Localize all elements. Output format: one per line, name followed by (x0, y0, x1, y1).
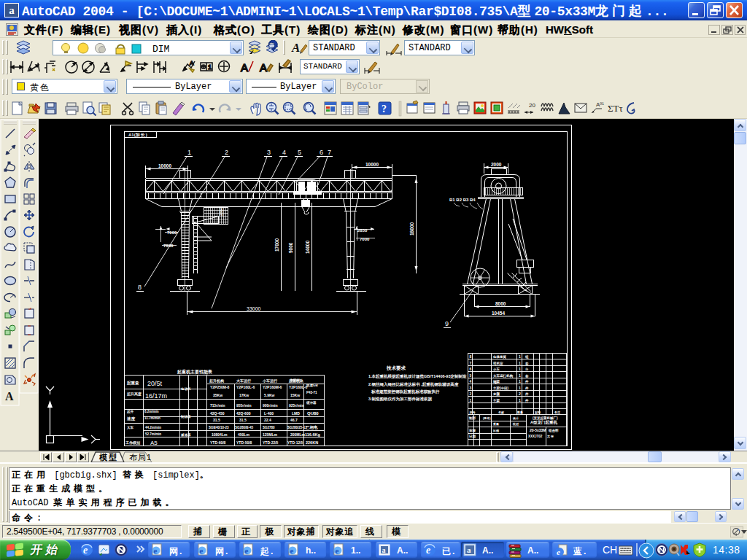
svg-text:10000: 10000 (158, 163, 171, 168)
svg-text:2350: 2350 (219, 207, 223, 216)
svg-text:20/5t: 20/5t (147, 380, 163, 387)
svg-text:450Lm: 450Lm (238, 432, 249, 437)
svg-text:3: 3 (470, 386, 472, 390)
svg-text:1.本起重机根据起重机设计规范GB/T14406-93定制制: 1.本起重机根据起重机设计规范GB/T14406-93定制制造 (368, 374, 467, 379)
svg-text:XXXJT02: XXXJT02 (528, 435, 543, 438)
svg-text:1: 1 (519, 367, 521, 371)
svg-text:Y2P160L-6: Y2P160L-6 (236, 385, 255, 389)
svg-text:52.7m/min: 52.7m/min (145, 432, 161, 436)
svg-text:序号: 序号 (469, 411, 476, 415)
svg-text:模型: 模型 (98, 453, 118, 462)
svg-text:数量: 数量 (516, 411, 523, 414)
svg-text:A: A (190, 60, 194, 66)
svg-text:e: e (200, 546, 204, 555)
svg-text:套: 套 (525, 362, 529, 365)
svg-text:e: e (290, 546, 294, 555)
svg-text:44.2m/min: 44.2m/min (145, 426, 161, 429)
svg-text:42Q-450: 42Q-450 (210, 411, 225, 416)
svg-text:200MLm: 200MLm (290, 432, 306, 437)
svg-text:LMD: LMD (292, 411, 300, 416)
svg-text:8: 8 (138, 284, 142, 291)
svg-text:端梁: 端梁 (492, 379, 500, 384)
svg-text:材料: 材料 (534, 411, 541, 415)
svg-text:制动器: 制动器 (180, 414, 191, 419)
svg-text:1: 1 (519, 398, 521, 402)
svg-text:5: 5 (298, 149, 301, 156)
svg-text:22.4: 22.4 (264, 418, 271, 422)
svg-text:5: 5 (470, 373, 472, 378)
svg-text:件: 件 (525, 380, 529, 384)
svg-text:42Q-600: 42Q-600 (236, 411, 251, 416)
svg-text:1: 1 (519, 386, 521, 390)
svg-text:A: A (291, 41, 300, 55)
svg-text:(某某起重机械厂): (某某起重机械厂) (533, 416, 558, 421)
svg-text:技术要求: 技术要求 (386, 365, 406, 371)
svg-text:7000: 7000 (360, 237, 370, 241)
svg-text:QU80: QU80 (307, 411, 319, 416)
svg-text:设计: 设计 (512, 416, 519, 420)
svg-text:件: 件 (525, 399, 529, 402)
svg-text:小车: 小车 (492, 367, 500, 372)
svg-text:33000: 33000 (247, 306, 261, 311)
svg-text:DIM: DIM (152, 44, 169, 55)
svg-text:5.9Kw: 5.9Kw (264, 393, 275, 397)
svg-text:2: 2 (225, 149, 228, 156)
svg-text:7: 7 (470, 361, 472, 365)
svg-text:125MLm: 125MLm (263, 432, 278, 437)
svg-text:起升机构: 起升机构 (209, 378, 224, 384)
svg-text:Aº¹: Aº¹ (596, 101, 604, 108)
svg-text:大车运行: 大车运行 (236, 378, 252, 384)
svg-text:主梁: 主梁 (492, 398, 500, 402)
svg-text:7000: 7000 (167, 230, 177, 235)
svg-text:11.7m/min: 11.7m/min (144, 416, 160, 420)
svg-text:2000: 2000 (491, 162, 502, 167)
svg-text:ΣTτ: ΣTτ (608, 103, 623, 114)
svg-text:司机室: 司机室 (492, 361, 503, 366)
svg-text:组: 组 (525, 355, 529, 359)
svg-text:16/17m: 16/17m (145, 392, 167, 400)
svg-text:B1 B2 B3 B4: B1 B2 B3 B4 (449, 198, 476, 202)
svg-text:e: e (426, 545, 430, 556)
svg-text:台: 台 (525, 368, 529, 371)
svg-text:10454: 10454 (492, 311, 505, 316)
svg-text:小车运行: 小车运行 (262, 378, 278, 384)
svg-text:e: e (154, 546, 158, 555)
svg-text:起升: 起升 (126, 410, 134, 414)
svg-text:925r/min: 925r/min (289, 403, 304, 408)
svg-text:组合图: 组合图 (548, 428, 559, 433)
svg-text:2850: 2850 (357, 228, 368, 233)
svg-text:YTD-12/5: YTD-12/5 (287, 440, 303, 445)
svg-text:套: 套 (525, 374, 529, 378)
svg-text:17000: 17000 (274, 238, 279, 252)
svg-text:4: 4 (470, 379, 472, 384)
svg-text:2: 2 (519, 392, 521, 396)
svg-text:e: e (336, 546, 339, 555)
svg-text:9000: 9000 (288, 242, 293, 253)
svg-text:9: 9 (445, 320, 449, 327)
svg-text:8000: 8000 (495, 301, 506, 306)
svg-text:轨道GB: 轨道GB (306, 384, 319, 387)
svg-text:226KN: 226KN (306, 440, 318, 445)
svg-text:a: a (467, 545, 471, 554)
svg-text:18000: 18000 (409, 222, 414, 236)
svg-text:日期: 日期 (469, 434, 476, 439)
svg-text:SG280/25-13: SG280/25-13 (287, 426, 307, 429)
svg-text:A: A (260, 61, 267, 74)
svg-text:共 张: 共 张 (546, 435, 554, 438)
svg-text:20-5x33M: 20-5x33M (530, 428, 546, 432)
svg-text:1: 1 (519, 379, 521, 384)
svg-text:工作级别: 工作级别 (125, 440, 140, 446)
svg-text:3: 3 (267, 149, 271, 156)
svg-text:布局1: 布局1 (129, 453, 152, 462)
svg-text:10804Lm: 10804Lm (212, 432, 228, 437)
svg-text:A5: A5 (150, 440, 158, 446)
svg-text:校对: 校对 (512, 422, 519, 427)
svg-text:支腿: 支腿 (492, 392, 500, 397)
svg-text:1: 1 (519, 361, 521, 365)
svg-text:e: e (83, 545, 88, 556)
svg-text:A: A (5, 390, 14, 402)
svg-text:主梁(中段): 主梁(中段) (492, 386, 508, 390)
svg-text:大车: 大车 (127, 425, 134, 429)
svg-text:P43-71: P43-71 (306, 391, 317, 394)
svg-text:缓冲器: 缓冲器 (306, 400, 317, 405)
